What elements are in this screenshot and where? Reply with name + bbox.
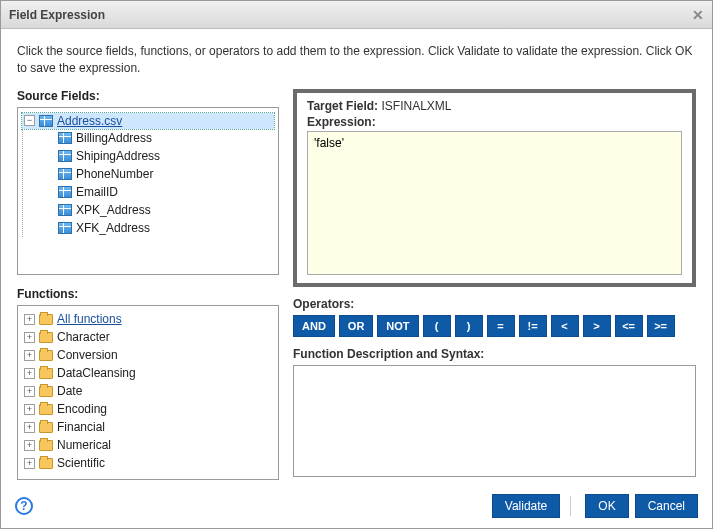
separator bbox=[570, 496, 571, 516]
folder-icon bbox=[39, 440, 53, 451]
operator-[interactable]: <= bbox=[615, 315, 643, 337]
functions-panel[interactable]: +All functions+Character+Conversion+Data… bbox=[17, 305, 279, 480]
source-field-label: EmailID bbox=[76, 185, 118, 199]
collapse-icon[interactable]: − bbox=[24, 115, 35, 126]
source-root[interactable]: − Address.csv bbox=[22, 113, 274, 129]
spacer bbox=[43, 186, 54, 197]
function-category[interactable]: +Encoding bbox=[22, 401, 274, 417]
target-field-label: Target Field: bbox=[307, 99, 378, 113]
function-desc-label: Function Description and Syntax: bbox=[293, 347, 696, 361]
spacer bbox=[43, 204, 54, 215]
function-category[interactable]: +Character bbox=[22, 329, 274, 345]
help-icon[interactable]: ? bbox=[15, 497, 33, 515]
dialog-footer: ? Validate OK Cancel bbox=[1, 488, 712, 528]
column-icon bbox=[58, 186, 72, 198]
function-category[interactable]: +Scientific bbox=[22, 455, 274, 471]
close-icon[interactable]: ✕ bbox=[692, 7, 704, 23]
folder-icon bbox=[39, 422, 53, 433]
folder-icon bbox=[39, 314, 53, 325]
expression-textarea[interactable] bbox=[307, 131, 682, 275]
instructions-text: Click the source fields, functions, or o… bbox=[17, 43, 696, 77]
functions-label: Functions: bbox=[17, 287, 279, 301]
folder-icon bbox=[39, 386, 53, 397]
function-category-label: DataCleansing bbox=[57, 366, 136, 380]
operator-not[interactable]: NOT bbox=[377, 315, 418, 337]
source-field[interactable]: PhoneNumber bbox=[41, 166, 274, 182]
expand-icon[interactable]: + bbox=[24, 368, 35, 379]
spacer bbox=[43, 222, 54, 233]
column-icon bbox=[58, 222, 72, 234]
expand-icon[interactable]: + bbox=[24, 458, 35, 469]
source-field[interactable]: EmailID bbox=[41, 184, 274, 200]
column-icon bbox=[58, 168, 72, 180]
cancel-button[interactable]: Cancel bbox=[635, 494, 698, 518]
function-category-label[interactable]: All functions bbox=[57, 312, 122, 326]
source-field-label: XFK_Address bbox=[76, 221, 150, 235]
function-desc-box bbox=[293, 365, 696, 477]
function-category-label: Financial bbox=[57, 420, 105, 434]
table-icon bbox=[39, 115, 53, 127]
operator-[interactable]: ( bbox=[423, 315, 451, 337]
source-field[interactable]: ShipingAddress bbox=[41, 148, 274, 164]
expand-icon[interactable]: + bbox=[24, 422, 35, 433]
function-category[interactable]: +Financial bbox=[22, 419, 274, 435]
field-expression-dialog: Field Expression ✕ Click the source fiel… bbox=[0, 0, 713, 529]
spacer bbox=[43, 168, 54, 179]
function-category-label: Date bbox=[57, 384, 82, 398]
operator-[interactable]: >= bbox=[647, 315, 675, 337]
source-fields-panel[interactable]: − Address.csv BillingAddressShipingAddre… bbox=[17, 107, 279, 276]
target-field-value: ISFINALXML bbox=[381, 99, 451, 113]
folder-icon bbox=[39, 458, 53, 469]
operators-row: ANDORNOT()=!=<><=>= bbox=[293, 315, 696, 337]
expand-icon[interactable]: + bbox=[24, 404, 35, 415]
target-field-line: Target Field: ISFINALXML bbox=[307, 99, 682, 113]
function-category-label: Encoding bbox=[57, 402, 107, 416]
source-root-label[interactable]: Address.csv bbox=[57, 114, 122, 128]
ok-button[interactable]: OK bbox=[585, 494, 628, 518]
source-field[interactable]: BillingAddress bbox=[41, 130, 274, 146]
function-category[interactable]: +Numerical bbox=[22, 437, 274, 453]
operator-[interactable]: != bbox=[519, 315, 547, 337]
validate-button[interactable]: Validate bbox=[492, 494, 560, 518]
dialog-title: Field Expression bbox=[9, 8, 692, 22]
column-icon bbox=[58, 150, 72, 162]
function-category-label: Conversion bbox=[57, 348, 118, 362]
folder-icon bbox=[39, 332, 53, 343]
column-icon bbox=[58, 132, 72, 144]
function-category-label: Numerical bbox=[57, 438, 111, 452]
function-category[interactable]: +Date bbox=[22, 383, 274, 399]
source-fields-label: Source Fields: bbox=[17, 89, 279, 103]
column-icon bbox=[58, 204, 72, 216]
titlebar: Field Expression ✕ bbox=[1, 1, 712, 29]
source-field-label: BillingAddress bbox=[76, 131, 152, 145]
spacer bbox=[43, 150, 54, 161]
source-field-label: XPK_Address bbox=[76, 203, 151, 217]
function-category[interactable]: +DataCleansing bbox=[22, 365, 274, 381]
operator-[interactable]: = bbox=[487, 315, 515, 337]
operator-and[interactable]: AND bbox=[293, 315, 335, 337]
function-category-label: Scientific bbox=[57, 456, 105, 470]
folder-icon bbox=[39, 404, 53, 415]
operators-label: Operators: bbox=[293, 297, 696, 311]
function-category-label: Character bbox=[57, 330, 110, 344]
expand-icon[interactable]: + bbox=[24, 350, 35, 361]
expand-icon[interactable]: + bbox=[24, 332, 35, 343]
expand-icon[interactable]: + bbox=[24, 440, 35, 451]
source-field-label: PhoneNumber bbox=[76, 167, 153, 181]
expand-icon[interactable]: + bbox=[24, 386, 35, 397]
expression-label: Expression: bbox=[307, 115, 682, 129]
source-field-label: ShipingAddress bbox=[76, 149, 160, 163]
function-category[interactable]: +Conversion bbox=[22, 347, 274, 363]
operator-[interactable]: < bbox=[551, 315, 579, 337]
expression-box: Target Field: ISFINALXML Expression: bbox=[293, 89, 696, 287]
source-field[interactable]: XFK_Address bbox=[41, 220, 274, 236]
source-field[interactable]: XPK_Address bbox=[41, 202, 274, 218]
expand-icon[interactable]: + bbox=[24, 314, 35, 325]
folder-icon bbox=[39, 350, 53, 361]
folder-icon bbox=[39, 368, 53, 379]
operator-[interactable]: ) bbox=[455, 315, 483, 337]
operator-[interactable]: > bbox=[583, 315, 611, 337]
spacer bbox=[43, 132, 54, 143]
function-category[interactable]: +All functions bbox=[22, 311, 274, 327]
operator-or[interactable]: OR bbox=[339, 315, 374, 337]
